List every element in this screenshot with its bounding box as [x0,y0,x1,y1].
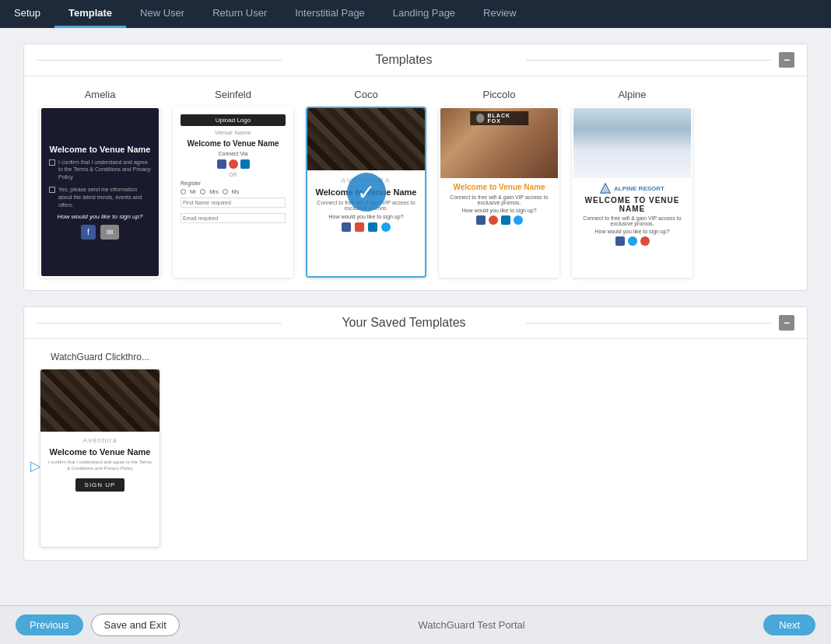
saved-templates-section-title: Your Saved Templates [282,316,527,330]
nav-item-template[interactable]: Template [54,0,126,28]
nav-item-interstitial-page[interactable]: Interstitial Page [281,0,379,28]
seinfeld-linkedin-icon [240,159,250,169]
footer: Previous Save and Exit WatchGuard Test P… [0,605,831,644]
seinfeld-google-icon [229,159,238,169]
saved-card-title: Welcome to Venue Name [49,447,150,457]
nav-item-return-user[interactable]: Return User [198,0,281,28]
seinfeld-upload-logo: Upload Logo [181,114,286,126]
amelia-question: How would you like to sign up? [58,213,143,220]
template-card-seinfeld[interactable]: Upload Logo Venue Name Welcome to Venue … [173,107,293,278]
template-item-alpine: Alpine [572,89,692,278]
alpine-fb-icon [615,236,625,246]
coco-selected-checkmark: ✓ [347,173,386,212]
saved-header-line-left [37,323,282,324]
template-item-amelia: Amelia Welcome to Venue Name I confirm t… [40,89,160,278]
alpine-logo-icon [600,183,611,194]
piccolo-sub: Connect to free wifi & gain VIP access t… [447,194,552,205]
alpine-logo: ALPINE RESORT [600,183,664,194]
seinfeld-connect: Connect Via [181,151,286,156]
seinfeld-or: OR [181,172,286,177]
save-exit-button[interactable]: Save and Exit [91,614,180,636]
piccolo-fb-icon [476,215,486,225]
saved-card-content: Aventura Welcome to Venue Name I confirm… [40,432,160,496]
saved-card-brand: Aventura [83,436,117,444]
templates-section-title: Templates [282,53,527,67]
saved-card-photo [40,369,160,432]
templates-section-header: Templates − [24,44,807,76]
seinfeld-title: Welcome to Venue Name [181,139,286,148]
seinfeld-register: Register [181,180,286,186]
template-card-piccolo[interactable]: BLACK FOX Welcome to Venue Name Connect … [439,107,559,278]
saved-templates-section-header: Your Saved Templates − [24,307,807,339]
alpine-twitter-icon [628,236,637,246]
saved-card-watchguard[interactable]: Aventura Welcome to Venue Name I confirm… [40,369,160,548]
amelia-checkbox1: I confirm that I understand and agree to… [58,159,151,181]
seinfeld-radio-options: Mr Mrs Ms [181,189,286,194]
seinfeld-email-input[interactable] [181,213,286,223]
coco-linkedin-icon [368,222,377,232]
saved-card-signup-btn[interactable]: SIGN UP [75,478,125,492]
template-label-alpine: Alpine [618,89,646,100]
piccolo-photo: BLACK FOX [440,108,558,178]
alpine-sub: Connect to free wifi & gain VIP access t… [580,215,685,226]
nav-item-landing-page[interactable]: Landing Page [379,0,469,28]
coco-social-icons [342,222,391,232]
coco-photo [307,108,425,170]
piccolo-title: Welcome to Venue Name [453,183,545,192]
template-card-coco[interactable]: Aventura Welcome to Venue Name Connect t… [306,107,426,278]
coco-twitter-icon [381,222,391,232]
piccolo-logo-text: BLACK FOX [488,113,523,124]
header-line-right [526,60,771,61]
previous-button[interactable]: Previous [16,614,83,635]
template-card-amelia[interactable]: Welcome to Venue Name I confirm that I u… [40,107,160,278]
alpine-photo-bg [573,108,691,178]
seinfeld-firstname-input[interactable] [181,198,286,208]
seinfeld-radio-ms[interactable] [223,189,228,194]
footer-left: Previous Save and Exit [16,614,180,636]
template-label-seinfeld: Seinfeld [215,89,251,100]
nav-item-setup[interactable]: Setup [0,0,54,28]
seinfeld-radio-mrs[interactable] [200,189,205,194]
template-item-seinfeld: Seinfeld Upload Logo Venue Name Welcome … [173,89,293,278]
amelia-social-icons: f ✉ [81,225,119,240]
alpine-google-icon [640,236,650,246]
saved-header-line-right [526,323,771,324]
templates-section: Templates − Amelia Welcome to Venue Name… [23,44,808,291]
amelia-facebook-icon: f [81,225,96,240]
seinfeld-fb-icon [217,159,226,169]
top-navigation: Setup Template New User Return User Inte… [0,0,831,28]
header-line-left [37,60,282,61]
piccolo-linkedin-icon [501,215,510,225]
templates-grid: Amelia Welcome to Venue Name I confirm t… [24,76,807,290]
template-card-alpine[interactable]: ALPINE RESORT WELCOME TO VENUE NAME Conn… [572,107,692,278]
next-button[interactable]: Next [763,614,815,635]
alpine-photo [573,108,691,178]
coco-question: How would you like to sign up? [328,214,403,219]
amelia-title: Welcome to Venue Name [49,145,150,154]
coco-photo-bg [307,108,425,170]
saved-card-photo-bg [40,369,160,432]
piccolo-logo-area: BLACK FOX [470,111,529,125]
saved-templates-section: Your Saved Templates − ▷ WatchGuard Clic… [23,306,808,561]
templates-collapse-button[interactable]: − [779,52,794,68]
template-label-coco: Coco [354,89,377,100]
piccolo-logo-icon [476,114,485,123]
nav-item-review[interactable]: Review [469,0,531,28]
saved-collapse-button[interactable]: − [779,315,794,331]
piccolo-google-icon [489,215,498,225]
saved-card-label-watchguard: WatchGuard Clickthro... [51,352,149,362]
alpine-logo-text: ALPINE RESORT [614,185,664,192]
piccolo-twitter-icon [514,215,523,225]
alpine-title: WELCOME TO VENUE NAME [580,196,685,213]
alpine-question: How would you like to sign up? [594,229,669,234]
coco-fb-icon [342,222,351,232]
template-label-piccolo: Piccolo [483,89,516,100]
nav-item-new-user[interactable]: New User [126,0,198,28]
seinfeld-social-icons [181,159,286,169]
seinfeld-radio-mr[interactable] [181,189,186,194]
template-label-amelia: Amelia [85,89,116,100]
saved-templates-grid: WatchGuard Clickthro... Aventura Welcome… [24,339,807,560]
alpine-content: ALPINE RESORT WELCOME TO VENUE NAME Conn… [573,178,691,250]
saved-card-wrapper-watchguard: WatchGuard Clickthro... Aventura Welcome… [40,352,160,548]
piccolo-content: Welcome to Venue Name Connect to free wi… [440,178,558,229]
